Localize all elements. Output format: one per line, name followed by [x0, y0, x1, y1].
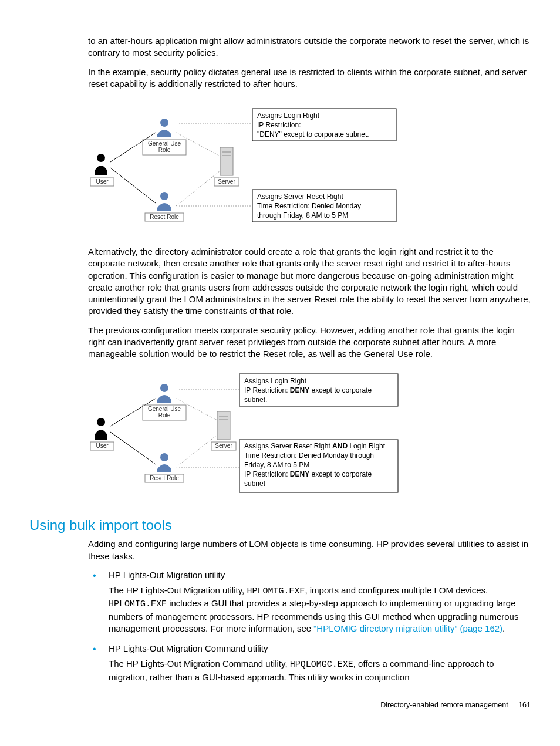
svg-text:Assigns Login Right: Assigns Login Right — [257, 112, 320, 120]
footer-page-number: 161 — [518, 701, 531, 709]
list-item-body: The HP Lights-Out Migration utility, HPL… — [109, 585, 531, 634]
svg-text:General Use: General Use — [148, 406, 181, 412]
svg-text:IP Restriction: DENY except to: IP Restriction: DENY except to corporate — [244, 386, 372, 394]
svg-text:IP Restriction: DENY except to: IP Restriction: DENY except to corporate — [244, 470, 372, 478]
paragraph-4: The previous configuration meets corpora… — [29, 325, 531, 360]
svg-point-38 — [160, 453, 168, 461]
svg-text:Friday, 8 AM to 5 PM: Friday, 8 AM to 5 PM — [244, 461, 309, 469]
utility-list: HP Lights-Out Migration utility The HP L… — [88, 569, 531, 683]
link-hplomig-utility[interactable]: “HPLOMIG directory migration utility” (p… — [313, 623, 502, 633]
svg-text:Time Restriction: Denied Monda: Time Restriction: Denied Monday through — [244, 451, 374, 460]
paragraph-1: to an after-hours application might allo… — [29, 35, 531, 59]
diagram-1: User General Use Role Reset Role — [88, 100, 531, 235]
svg-rect-12 — [220, 147, 233, 175]
page-footer: Directory-enabled remote management 161 — [29, 701, 531, 709]
svg-text:Server: Server — [215, 443, 232, 449]
svg-point-0 — [97, 154, 105, 162]
svg-text:User: User — [96, 178, 109, 185]
footer-section-name: Directory-enabled remote management — [380, 701, 508, 709]
svg-text:Reset Role: Reset Role — [150, 214, 179, 220]
svg-text:IP Restriction:: IP Restriction: — [257, 121, 301, 129]
svg-text:Server: Server — [218, 178, 235, 185]
svg-text:Assigns Server Reset Right: Assigns Server Reset Right — [257, 193, 343, 201]
paragraph-2: In the example, security policy dictates… — [29, 66, 531, 90]
svg-text:Time Restriction: Denied Monda: Time Restriction: Denied Monday — [257, 202, 361, 210]
paragraph-5: Adding and configuring large numbers of … — [29, 538, 531, 562]
svg-line-18 — [176, 171, 220, 206]
svg-text:Role: Role — [158, 147, 171, 153]
section-heading-bulk-import: Using bulk import tools — [29, 517, 531, 534]
svg-point-29 — [97, 418, 105, 426]
svg-point-34 — [160, 384, 168, 392]
svg-text:through Friday, 8 AM to 5 PM: through Friday, 8 AM to 5 PM — [257, 211, 348, 220]
list-item-hplomig: HP Lights-Out Migration utility The HP L… — [88, 569, 531, 634]
code-hpqlomgc: HPQLOMGC.EXE — [290, 660, 353, 670]
svg-rect-41 — [217, 411, 230, 440]
svg-text:User: User — [96, 443, 109, 449]
list-item-hpqlomgc: HP Lights-Out Migration Command utility … — [88, 643, 531, 683]
code-hplomig-2: HPLOMIG.EXE — [109, 599, 167, 609]
svg-line-47 — [176, 435, 217, 467]
svg-text:General Use: General Use — [148, 140, 181, 147]
svg-line-17 — [176, 133, 220, 156]
svg-line-4 — [110, 168, 156, 203]
svg-text:subnet: subnet — [244, 480, 266, 488]
svg-text:"DENY" except to corporate sub: "DENY" except to corporate subnet. — [257, 130, 369, 139]
svg-text:Assigns Login Right: Assigns Login Right — [244, 377, 307, 385]
svg-line-33 — [110, 432, 156, 464]
svg-text:Reset Role: Reset Role — [150, 475, 179, 481]
list-item-title: HP Lights-Out Migration utility — [109, 569, 531, 581]
code-hplomig-1: HPLOMIG.EXE — [247, 586, 305, 596]
diagram-2: User General Use Role Reset Role — [88, 370, 531, 505]
svg-line-3 — [110, 133, 156, 162]
svg-point-9 — [160, 192, 168, 200]
svg-text:Assigns Server Reset Right AND: Assigns Server Reset Right AND Login Rig… — [244, 442, 386, 450]
svg-text:Role: Role — [158, 412, 171, 418]
svg-point-5 — [160, 119, 168, 127]
list-item-title: HP Lights-Out Migration Command utility — [109, 643, 531, 654]
svg-text:subnet.: subnet. — [244, 396, 267, 404]
paragraph-3: Alternatively, the directory administrat… — [29, 246, 531, 318]
svg-line-46 — [176, 399, 217, 420]
list-item-body: The HP Lights-Out Migration Command util… — [109, 658, 531, 683]
page-container: to an after-hours application might allo… — [0, 0, 560, 727]
svg-line-32 — [110, 399, 156, 426]
